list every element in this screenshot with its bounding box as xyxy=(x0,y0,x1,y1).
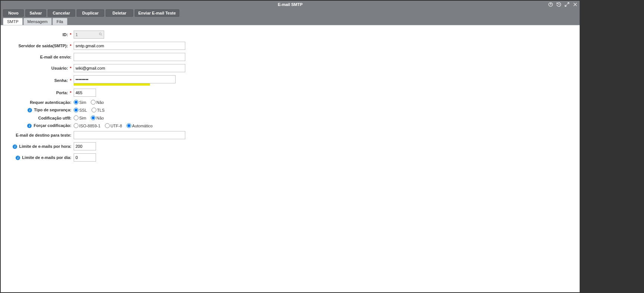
smtp-form: ID: * Servidor de saida(SMTP): * xyxy=(1,29,188,163)
cod-utf8-sim[interactable] xyxy=(74,115,79,120)
servidor-field[interactable] xyxy=(74,42,185,50)
salvar-button[interactable]: Salvar xyxy=(25,9,46,17)
label-id: ID: * xyxy=(1,29,71,40)
porta-field[interactable] xyxy=(74,89,96,97)
info-icon[interactable]: i xyxy=(16,156,20,160)
label-tipo-seguranca: i Tipo de segurança: xyxy=(1,106,71,114)
limite-dia-field[interactable] xyxy=(74,153,96,162)
history-icon[interactable] xyxy=(556,1,562,7)
forcar-cod-utf8[interactable] xyxy=(105,123,110,128)
maximize-icon[interactable] xyxy=(564,1,570,7)
id-field[interactable] xyxy=(74,31,104,39)
limite-hora-field[interactable] xyxy=(74,142,96,150)
senha-field[interactable] xyxy=(74,75,176,83)
requer-aut-sim[interactable] xyxy=(74,100,79,105)
cancelar-button[interactable]: Cancelar xyxy=(48,9,75,17)
forcar-cod-iso[interactable] xyxy=(74,123,79,128)
toolbar: Novo Salvar Cancelar Duplicar Deletar En… xyxy=(1,8,580,18)
tipo-seguranca-group: SSL TLS xyxy=(74,108,185,112)
label-email-envio: E-mail de envio: xyxy=(1,51,71,63)
cod-utf8-nao[interactable] xyxy=(91,115,96,120)
label-usuario: Usuário: * xyxy=(1,63,71,74)
deletar-button[interactable]: Deletar xyxy=(106,9,133,17)
requer-aut-nao[interactable] xyxy=(91,100,96,105)
title-bar: E-mail SMTP xyxy=(1,1,580,8)
close-icon[interactable] xyxy=(572,1,578,7)
requer-aut-group: Sim Não xyxy=(74,100,185,105)
form-content: ID: * Servidor de saida(SMTP): * xyxy=(1,25,580,292)
label-servidor: Servidor de saida(SMTP): * xyxy=(1,40,71,51)
forcar-cod-group: ISO-8859-1 UTF-8 Automático xyxy=(74,123,185,128)
window-title: E-mail SMTP xyxy=(278,2,303,7)
svg-point-1 xyxy=(551,5,551,6)
label-email-teste: E-mail de destino para teste: xyxy=(1,130,71,141)
info-icon[interactable]: i xyxy=(28,108,32,112)
email-teste-field[interactable] xyxy=(74,131,185,139)
forcar-cod-auto[interactable] xyxy=(126,123,131,128)
label-limite-hora: i Limite de e-mails por hora: xyxy=(1,141,71,152)
modal-window: E-mail SMTP Novo Salvar Cancelar Duplica… xyxy=(1,1,580,292)
tab-smtp[interactable]: SMTP xyxy=(3,18,23,25)
tab-fila[interactable]: Fila xyxy=(52,18,67,25)
usuario-field[interactable] xyxy=(74,64,185,72)
title-icons xyxy=(548,1,578,8)
label-porta: Porta: * xyxy=(1,87,71,98)
password-strength-meter xyxy=(74,83,150,86)
cod-utf8-group: Sim Não xyxy=(74,115,185,120)
svg-line-2 xyxy=(567,3,569,4)
info-icon[interactable]: i xyxy=(13,144,17,149)
email-envio-field[interactable] xyxy=(74,53,185,61)
tab-bar: SMTP Mensagem Fila xyxy=(1,18,580,25)
label-requer-aut: Requer autenticação: xyxy=(1,98,71,106)
duplicar-button[interactable]: Duplicar xyxy=(77,9,104,17)
info-icon[interactable]: i xyxy=(27,124,32,128)
label-cod-utf8: Codificação utf8: xyxy=(1,114,71,122)
novo-button[interactable]: Novo xyxy=(3,9,24,17)
label-limite-dia: i Limite de e-mails por dia: xyxy=(1,152,71,163)
tipo-seguranca-ssl[interactable] xyxy=(74,108,79,112)
tipo-seguranca-tls[interactable] xyxy=(92,108,96,112)
enviar-teste-button[interactable]: Enviar E-mail Teste xyxy=(135,9,179,17)
svg-line-3 xyxy=(565,5,567,7)
tab-mensagem[interactable]: Mensagem xyxy=(23,18,52,25)
help-icon[interactable] xyxy=(548,1,554,7)
label-senha: Senha: * xyxy=(1,74,71,87)
label-forcar-cod: i Forçar codificação: xyxy=(1,122,71,130)
